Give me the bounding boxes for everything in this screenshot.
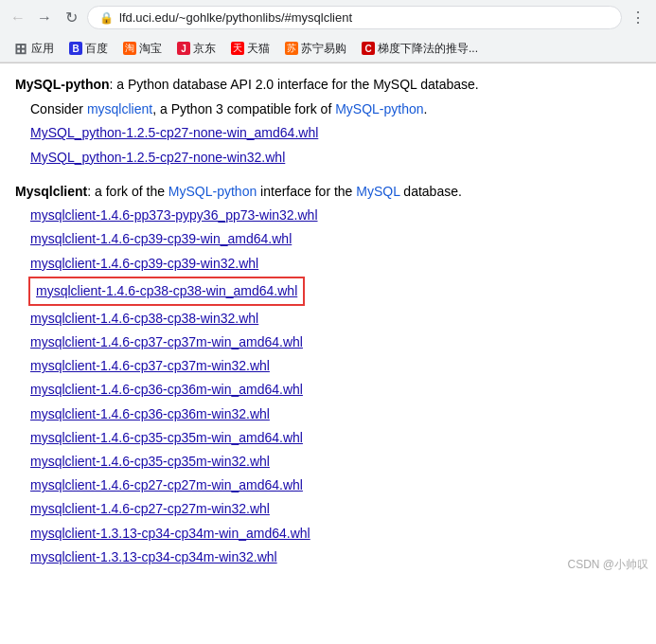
bookmark-csdn-label: 梯度下降法的推导... — [378, 41, 478, 57]
bookmark-apps-label: 应用 — [31, 41, 54, 57]
bookmarks-bar: ⊞ 应用 B 百度 淘 淘宝 J 京东 天 天猫 苏 苏宁易购 C 梯度下降法的… — [0, 35, 656, 63]
link-mc-pp373-win32[interactable]: mysqlclient-1.4.6-pp373-pypy36_pp73-win3… — [15, 204, 641, 227]
mysqlclient-title-bold: Mysqlclient — [15, 184, 87, 199]
mysql-python-section-title: MySQL-python: a Python database API 2.0 … — [15, 75, 641, 95]
link-mc-cp38-win32[interactable]: mysqlclient-1.4.6-cp38-cp38-win32.whl — [15, 307, 641, 331]
bookmark-taobao[interactable]: 淘 淘宝 — [119, 39, 166, 59]
mysqlclient-title-prefix: : a fork of the — [87, 184, 168, 199]
mysqlclient-title-link1[interactable]: MySQL-python — [168, 184, 257, 199]
tianmao-icon: 天 — [231, 42, 244, 55]
suning-icon: 苏 — [285, 42, 298, 55]
bookmark-baidu-label: 百度 — [85, 41, 108, 57]
mysqlclient-links-container: mysqlclient-1.4.6-pp373-pypy36_pp73-win3… — [15, 204, 641, 569]
mysql-python-title-bold: MySQL-python — [15, 77, 110, 92]
link-mc-cp38-amd64[interactable]: mysqlclient-1.4.6-cp38-cp38-win_amd64.wh… — [28, 277, 305, 306]
address-text: lfd.uci.edu/~gohlke/pythonlibs/#mysqlcli… — [119, 10, 352, 25]
link-mc-cp37-amd64[interactable]: mysqlclient-1.4.6-cp37-cp37m-win_amd64.w… — [15, 331, 641, 354]
link-mc-cp27-amd64[interactable]: mysqlclient-1.4.6-cp27-cp27m-win_amd64.w… — [15, 474, 641, 497]
apps-icon: ⊞ — [11, 40, 28, 57]
bookmark-tianmao[interactable]: 天 天猫 — [227, 39, 274, 59]
baidu-icon: B — [69, 42, 82, 55]
bookmark-suning-label: 苏宁易购 — [301, 41, 346, 57]
bookmark-csdn[interactable]: C 梯度下降法的推导... — [358, 39, 482, 59]
page-content: MySQL-python: a Python database API 2.0 … — [0, 63, 656, 581]
bookmark-suning[interactable]: 苏 苏宁易购 — [281, 39, 350, 59]
link-mc-cp36-win32[interactable]: mysqlclient-1.4.6-cp36-cp36m-win32.whl — [15, 402, 641, 426]
link-mysql-py-win32[interactable]: MySQL_python-1.2.5-cp27-none-win32.whl — [15, 146, 641, 170]
taobao-icon: 淘 — [123, 42, 136, 55]
mysql-python-inline-link[interactable]: MySQL-python — [335, 101, 423, 116]
csdn-icon: C — [362, 42, 375, 55]
mysql-python-title-rest: : a Python database API 2.0 interface fo… — [110, 77, 479, 92]
link-mc-cp37-win32[interactable]: mysqlclient-1.4.6-cp37-cp37m-win32.whl — [15, 354, 641, 378]
watermark: CSDN @小帅叹 — [567, 557, 648, 573]
link-mc-cp35-amd64[interactable]: mysqlclient-1.4.6-cp35-cp35m-win_amd64.w… — [15, 426, 641, 450]
lock-icon: 🔒 — [99, 11, 114, 25]
mysqlclient-title-mid: interface for the — [257, 184, 356, 199]
bookmark-baidu[interactable]: B 百度 — [65, 39, 112, 59]
bookmark-jd[interactable]: J 京东 — [173, 39, 220, 59]
bookmark-tianmao-label: 天猫 — [247, 41, 270, 57]
refresh-button[interactable]: ↻ — [61, 8, 81, 28]
link-mc-cp27-win32[interactable]: mysqlclient-1.4.6-cp27-cp27m-win32.whl — [15, 497, 641, 521]
mysql-python-desc-text: Consider mysqlclient, a Python 3 compati… — [30, 101, 427, 116]
bookmark-jd-label: 京东 — [193, 41, 216, 57]
mysqlclient-title-end: database. — [399, 184, 461, 199]
mysqlclient-section-title: Mysqlclient: a fork of the MySQL-python … — [15, 181, 641, 202]
jd-icon: J — [177, 42, 190, 55]
link-mc-113-cp34-win32[interactable]: mysqlclient-1.3.13-cp34-cp34m-win32.whl — [15, 546, 641, 569]
link-mysql-py-win64[interactable]: MySQL_python-1.2.5-cp27-none-win_amd64.w… — [15, 121, 641, 145]
address-bar[interactable]: 🔒 lfd.uci.edu/~gohlke/pythonlibs/#mysqlc… — [87, 6, 622, 29]
link-mc-cp36-amd64[interactable]: mysqlclient-1.4.6-cp36-cp36m-win_amd64.w… — [15, 378, 641, 402]
nav-bar: ← → ↻ 🔒 lfd.uci.edu/~gohlke/pythonlibs/#… — [0, 0, 656, 35]
back-button[interactable]: ← — [8, 8, 28, 28]
link-mc-cp39-amd64[interactable]: mysqlclient-1.4.6-cp39-cp39-win_amd64.wh… — [15, 227, 641, 251]
mysqlclient-inline-link[interactable]: mysqlclient — [87, 101, 152, 116]
forward-button[interactable]: → — [34, 8, 55, 28]
mysql-python-description: Consider mysqlclient, a Python 3 compati… — [15, 98, 641, 119]
extensions-button[interactable]: ⋮ — [628, 8, 648, 28]
bookmark-apps[interactable]: ⊞ 应用 — [8, 38, 58, 59]
mysqlclient-title-link2[interactable]: MySQL — [356, 184, 399, 199]
link-mc-113-cp34-amd64[interactable]: mysqlclient-1.3.13-cp34-cp34m-win_amd64.… — [15, 522, 641, 546]
browser-chrome: ← → ↻ 🔒 lfd.uci.edu/~gohlke/pythonlibs/#… — [0, 0, 656, 63]
link-mc-cp39-win32[interactable]: mysqlclient-1.4.6-cp39-cp39-win32.whl — [15, 252, 641, 276]
link-mc-cp35-win32[interactable]: mysqlclient-1.4.6-cp35-cp35m-win32.whl — [15, 450, 641, 474]
bookmark-taobao-label: 淘宝 — [139, 41, 162, 57]
